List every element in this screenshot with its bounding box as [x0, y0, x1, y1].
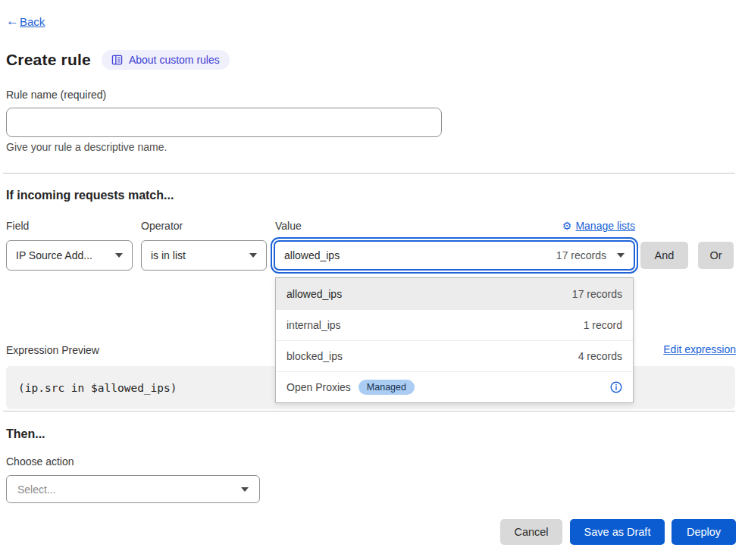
gear-icon: ⚙	[562, 220, 572, 232]
list-option-records: 4 records	[578, 350, 622, 362]
managed-badge: Managed	[358, 380, 415, 395]
cancel-button[interactable]: Cancel	[500, 519, 562, 545]
field-select[interactable]: IP Source Add...	[6, 240, 133, 271]
save-as-draft-button[interactable]: Save as Draft	[570, 519, 665, 545]
expression-code: (ip.src in $allowed_ips)	[18, 382, 177, 394]
chevron-down-icon	[241, 487, 249, 492]
list-option-allowed-ips[interactable]: allowed_ips 17 records	[276, 278, 633, 309]
page-title: Create rule	[6, 51, 91, 69]
field-select-value: IP Source Add...	[16, 249, 92, 261]
value-select-value: allowed_ips	[284, 249, 340, 261]
operator-select-value: is in list	[151, 249, 186, 261]
or-button[interactable]: Or	[698, 242, 734, 269]
about-custom-rules-label: About custom rules	[129, 54, 220, 66]
choose-action-label: Choose action	[6, 455, 74, 468]
back-link-label: Back	[20, 15, 45, 28]
rule-name-helper-text: Give your rule a descriptive name.	[6, 141, 167, 153]
section-divider	[3, 173, 735, 174]
value-column-label: Value	[275, 220, 302, 232]
value-select[interactable]: allowed_ips 17 records	[274, 240, 635, 271]
book-icon	[111, 55, 123, 65]
create-rule-page: ←Back Create rule About custom rules Rul…	[0, 0, 742, 560]
list-option-name: Open Proxies	[286, 381, 351, 393]
list-option-records: 1 record	[584, 319, 622, 331]
rule-name-input[interactable]	[6, 108, 442, 137]
chevron-down-icon	[115, 253, 123, 258]
info-icon[interactable]	[610, 381, 622, 393]
list-option-name: blocked_ips	[286, 350, 343, 362]
list-option-name: allowed_ips	[286, 288, 342, 300]
operator-column-label: Operator	[141, 220, 183, 232]
about-custom-rules-link[interactable]: About custom rules	[102, 50, 230, 70]
chevron-down-icon	[617, 253, 625, 258]
edit-expression-link[interactable]: Edit expression	[663, 343, 736, 355]
action-select[interactable]: Select...	[6, 475, 260, 503]
rule-name-label: Rule name (required)	[6, 89, 106, 101]
list-option-internal-ips[interactable]: internal_ips 1 record	[276, 309, 633, 340]
action-select-placeholder: Select...	[17, 483, 56, 496]
chevron-down-icon	[249, 253, 257, 258]
field-column-label: Field	[6, 220, 29, 232]
value-select-records: 17 records	[556, 249, 606, 261]
manage-lists-label: Manage lists	[575, 220, 635, 232]
back-arrow-icon: ←	[6, 14, 19, 29]
expression-preview-label: Expression Preview	[6, 344, 99, 356]
operator-select[interactable]: is in list	[141, 240, 267, 271]
and-button[interactable]: And	[640, 242, 688, 269]
then-section-heading: Then...	[6, 427, 45, 441]
list-option-open-proxies[interactable]: Open Proxies Managed	[276, 371, 633, 402]
deploy-button[interactable]: Deploy	[672, 519, 736, 545]
list-option-name: internal_ips	[286, 319, 341, 331]
section-divider	[3, 411, 735, 411]
manage-lists-link[interactable]: ⚙ Manage lists	[562, 220, 635, 232]
match-section-heading: If incoming requests match...	[6, 189, 174, 202]
list-option-blocked-ips[interactable]: blocked_ips 4 records	[276, 340, 633, 371]
page-header: Create rule About custom rules	[6, 50, 230, 70]
list-dropdown-menu: allowed_ips 17 records internal_ips 1 re…	[275, 277, 634, 403]
list-option-records: 17 records	[572, 288, 622, 300]
back-link[interactable]: ←Back	[6, 14, 45, 29]
